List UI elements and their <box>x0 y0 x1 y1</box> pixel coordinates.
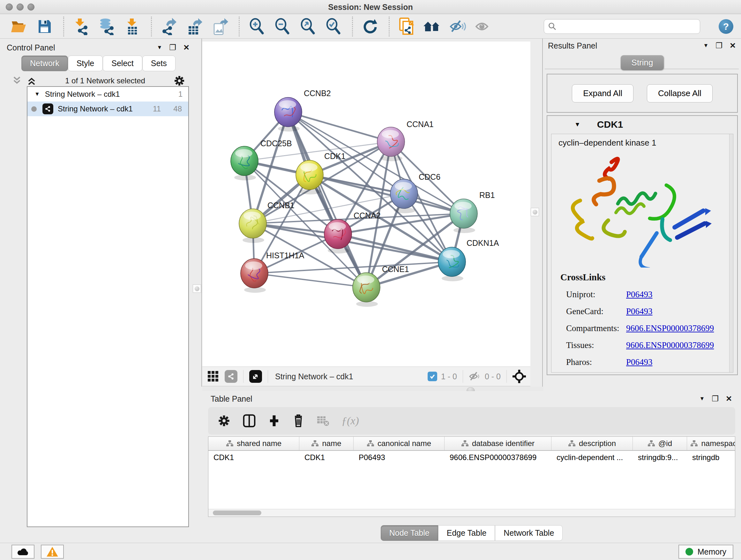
tab-network[interactable]: Network <box>21 56 68 71</box>
panel-close-icon[interactable]: ✕ <box>183 44 190 51</box>
delete-column-icon[interactable] <box>292 414 305 428</box>
crosslink-value-link[interactable]: P06493 <box>626 290 653 300</box>
panel-float-icon[interactable]: ❐ <box>169 44 176 51</box>
graph-edge-HIST1H1A-CCNE1[interactable] <box>254 273 366 287</box>
table-cell: CDK1 <box>208 451 299 464</box>
export-network-icon[interactable] <box>159 17 178 36</box>
collapse-all-button[interactable]: Collapse All <box>647 84 713 103</box>
expand-all-button[interactable]: Expand All <box>572 84 633 103</box>
network-options-gear-icon[interactable] <box>174 75 185 86</box>
column-tree-icon <box>568 440 576 447</box>
gene-result-header[interactable]: ▼ CDK1 <box>547 116 737 133</box>
column-header-label: database identifier <box>472 439 535 448</box>
table-settings-gear-icon[interactable] <box>218 415 230 427</box>
results-scrollbar[interactable] <box>729 134 733 372</box>
column-header-database-identifier[interactable]: database identifier <box>445 437 551 450</box>
memory-button[interactable]: Memory <box>678 545 733 559</box>
collapse-all-icon[interactable] <box>12 76 22 85</box>
duplicate-network-icon[interactable] <box>397 17 416 36</box>
panel-menu-icon[interactable]: ▼ <box>699 395 705 402</box>
crosslink-value-link[interactable]: 9606.ENSP00000378699 <box>626 323 714 333</box>
column-header-namespace[interactable]: namespace <box>687 437 735 450</box>
expand-all-icon[interactable] <box>26 76 37 85</box>
results-panel: Results Panel ▼ ❐ ✕ String Expand All Co… <box>543 39 741 391</box>
column-header-shared-name[interactable]: shared name <box>208 437 299 450</box>
help-button[interactable]: ? <box>719 19 733 34</box>
crosslink-value-link[interactable]: P06493 <box>626 357 653 367</box>
panel-float-icon[interactable]: ❐ <box>712 395 719 402</box>
hide-selected-icon[interactable] <box>448 17 467 36</box>
show-all-icon[interactable] <box>474 17 492 36</box>
automation-cloud-button[interactable] <box>11 545 35 559</box>
zoom-in-icon[interactable] <box>247 17 266 36</box>
network-canvas[interactable]: CCNB2CCNA1CDC25BCDK1CDC6RB1CCNB1CCNA2CDK… <box>202 42 530 367</box>
graph-node-CDC6[interactable]: CDC6 <box>390 172 441 213</box>
search-input[interactable] <box>557 22 700 31</box>
show-columns-icon[interactable] <box>243 414 256 428</box>
selected-checkbox-icon[interactable] <box>428 372 437 381</box>
collection-caret-icon[interactable]: ▼ <box>35 91 40 98</box>
panel-close-icon[interactable]: ✕ <box>730 42 736 50</box>
graph-node-CDKN1A[interactable]: CDKN1A <box>438 239 499 281</box>
hidden-eye-icon[interactable] <box>469 371 481 381</box>
tab-edge-table[interactable]: Edge Table <box>438 525 495 541</box>
grid-view-icon[interactable] <box>207 371 219 382</box>
column-header--id[interactable]: @id <box>633 437 687 450</box>
panel-menu-icon[interactable]: ▼ <box>703 42 709 50</box>
crosslink-value-link[interactable]: 9606.ENSP00000378699 <box>626 340 714 350</box>
save-session-icon[interactable] <box>35 17 54 36</box>
graph-edge-CCNB2-CCNE1[interactable] <box>288 112 366 287</box>
import-network-from-database-icon[interactable] <box>97 17 116 36</box>
refresh-icon[interactable] <box>360 17 379 36</box>
crosslink-value-link[interactable]: P06493 <box>626 307 653 316</box>
graph-node-label: CDC25B <box>260 139 292 148</box>
column-header-label: namespace <box>701 439 735 448</box>
network-collection-row[interactable]: ▼ String Network – cdk1 1 <box>27 87 188 102</box>
import-table-file-icon[interactable] <box>123 17 141 36</box>
add-column-icon[interactable] <box>268 414 280 428</box>
table-scrollbar-thumb[interactable] <box>213 510 261 515</box>
panel-close-icon[interactable]: ✕ <box>726 395 732 402</box>
panel-menu-icon[interactable]: ▼ <box>157 44 162 51</box>
column-tree-icon <box>367 440 374 447</box>
gene-caret-icon[interactable]: ▼ <box>575 121 581 128</box>
tab-string[interactable]: String <box>621 55 664 70</box>
network-list: ▼ String Network – cdk1 1 String Network… <box>27 86 189 527</box>
hidden-count: 0 - 0 <box>485 372 501 381</box>
export-image-icon[interactable] <box>211 17 229 36</box>
tab-select[interactable]: Select <box>103 56 142 71</box>
import-network-file-icon[interactable] <box>72 17 90 36</box>
graph-node-RB1[interactable]: RB1 <box>450 191 495 233</box>
graph-node-CCNE1[interactable]: CCNE1 <box>353 265 409 307</box>
search-box[interactable] <box>544 19 700 34</box>
tab-style[interactable]: Style <box>68 56 103 71</box>
toolbar-separator <box>243 370 244 383</box>
left-splitter-handle[interactable] <box>193 285 201 293</box>
network-row[interactable]: String Network – cdk1 11 48 <box>27 102 188 116</box>
column-header-canonical-name[interactable]: canonical name <box>354 437 445 450</box>
zoom-selected-icon[interactable] <box>324 17 342 36</box>
zoom-fit-icon[interactable] <box>298 17 317 36</box>
function-builder-icon[interactable]: ƒ(x) <box>341 415 359 427</box>
column-tree-icon <box>648 440 655 447</box>
open-session-icon[interactable] <box>10 17 28 36</box>
delete-table-icon[interactable] <box>317 415 329 427</box>
column-header-name[interactable]: name <box>299 437 354 450</box>
table-horizontal-scrollbar[interactable] <box>208 509 735 516</box>
table-row[interactable]: CDK1CDK1P064939606.ENSP00000378699cyclin… <box>208 451 735 464</box>
first-neighbors-icon[interactable] <box>423 17 441 36</box>
tab-network-table[interactable]: Network Table <box>495 525 562 541</box>
warnings-button[interactable] <box>41 545 64 559</box>
right-splitter-handle[interactable] <box>531 208 539 216</box>
zoom-out-icon[interactable] <box>273 17 291 36</box>
export-table-icon[interactable] <box>185 17 204 36</box>
tab-sets[interactable]: Sets <box>142 56 176 71</box>
memory-status-icon <box>685 548 693 556</box>
detach-view-icon[interactable] <box>249 370 262 383</box>
panel-float-icon[interactable]: ❐ <box>716 42 723 50</box>
tab-node-table[interactable]: Node Table <box>381 525 438 541</box>
column-header-description[interactable]: description <box>551 437 633 450</box>
birdseye-navigator-icon[interactable] <box>513 370 526 383</box>
network-view-mode-icon[interactable] <box>225 370 238 383</box>
table-cell: 9606.ENSP00000378699 <box>445 451 551 464</box>
